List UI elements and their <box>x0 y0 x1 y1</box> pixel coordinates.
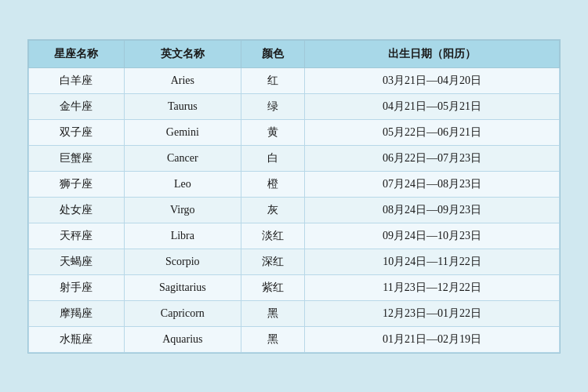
cell-chinese-name: 巨蟹座 <box>29 145 125 171</box>
cell-birth-date: 11月23日—12月22日 <box>305 274 560 300</box>
table-row: 摩羯座Capricorn黑12月23日—01月22日 <box>29 300 560 326</box>
cell-english-name: Libra <box>124 223 241 249</box>
table-row: 双子座Gemini黄05月22日—06月21日 <box>29 119 560 145</box>
header-birth-date: 出生日期（阳历） <box>305 40 560 67</box>
cell-chinese-name: 天蝎座 <box>29 249 125 274</box>
cell-chinese-name: 处女座 <box>29 197 125 223</box>
cell-chinese-name: 摩羯座 <box>29 300 125 326</box>
table-body: 白羊座Aries红03月21日—04月20日金牛座Taurus绿04月21日—0… <box>29 67 560 352</box>
cell-birth-date: 06月22日—07月23日 <box>305 145 560 171</box>
cell-english-name: Scorpio <box>124 249 241 274</box>
table-row: 天蝎座Scorpio深红10月24日—11月22日 <box>29 249 560 274</box>
table-row: 金牛座Taurus绿04月21日—05月21日 <box>29 93 560 119</box>
cell-chinese-name: 双子座 <box>29 119 125 145</box>
header-color: 颜色 <box>241 40 304 67</box>
cell-birth-date: 07月24日—08月23日 <box>305 171 560 197</box>
table-row: 巨蟹座Cancer白06月22日—07月23日 <box>29 145 560 171</box>
table-row: 白羊座Aries红03月21日—04月20日 <box>29 67 560 93</box>
cell-color: 淡红 <box>241 223 304 249</box>
cell-chinese-name: 天秤座 <box>29 223 125 249</box>
table-row: 狮子座Leo橙07月24日—08月23日 <box>29 171 560 197</box>
cell-chinese-name: 水瓶座 <box>29 326 125 352</box>
cell-birth-date: 12月23日—01月22日 <box>305 300 560 326</box>
cell-color: 紫红 <box>241 274 304 300</box>
cell-chinese-name: 白羊座 <box>29 67 125 93</box>
table-row: 水瓶座Aquarius黑01月21日—02月19日 <box>29 326 560 352</box>
cell-english-name: Cancer <box>124 145 241 171</box>
cell-birth-date: 08月24日—09月23日 <box>305 197 560 223</box>
cell-color: 白 <box>241 145 304 171</box>
cell-english-name: Aquarius <box>124 326 241 352</box>
table-row: 天秤座Libra淡红09月24日—10月23日 <box>29 223 560 249</box>
cell-color: 黄 <box>241 119 304 145</box>
cell-color: 深红 <box>241 249 304 274</box>
cell-english-name: Capricorn <box>124 300 241 326</box>
cell-chinese-name: 狮子座 <box>29 171 125 197</box>
cell-color: 红 <box>241 67 304 93</box>
cell-chinese-name: 金牛座 <box>29 93 125 119</box>
cell-birth-date: 09月24日—10月23日 <box>305 223 560 249</box>
cell-color: 黑 <box>241 300 304 326</box>
cell-color: 黑 <box>241 326 304 352</box>
cell-color: 橙 <box>241 171 304 197</box>
header-chinese-name: 星座名称 <box>29 40 125 67</box>
cell-english-name: Leo <box>124 171 241 197</box>
cell-english-name: Aries <box>124 67 241 93</box>
cell-english-name: Taurus <box>124 93 241 119</box>
table-row: 处女座Virgo灰08月24日—09月23日 <box>29 197 560 223</box>
cell-color: 绿 <box>241 93 304 119</box>
table-row: 射手座Sagittarius紫红11月23日—12月22日 <box>29 274 560 300</box>
cell-birth-date: 01月21日—02月19日 <box>305 326 560 352</box>
cell-english-name: Virgo <box>124 197 241 223</box>
zodiac-table-container: 星座名称 英文名称 颜色 出生日期（阳历） 白羊座Aries红03月21日—04… <box>27 39 561 354</box>
cell-english-name: Gemini <box>124 119 241 145</box>
cell-english-name: Sagittarius <box>124 274 241 300</box>
zodiac-table: 星座名称 英文名称 颜色 出生日期（阳历） 白羊座Aries红03月21日—04… <box>28 40 560 353</box>
cell-birth-date: 10月24日—11月22日 <box>305 249 560 274</box>
cell-chinese-name: 射手座 <box>29 274 125 300</box>
table-header-row: 星座名称 英文名称 颜色 出生日期（阳历） <box>29 40 560 67</box>
cell-birth-date: 03月21日—04月20日 <box>305 67 560 93</box>
cell-birth-date: 05月22日—06月21日 <box>305 119 560 145</box>
header-english-name: 英文名称 <box>124 40 241 67</box>
cell-birth-date: 04月21日—05月21日 <box>305 93 560 119</box>
cell-color: 灰 <box>241 197 304 223</box>
